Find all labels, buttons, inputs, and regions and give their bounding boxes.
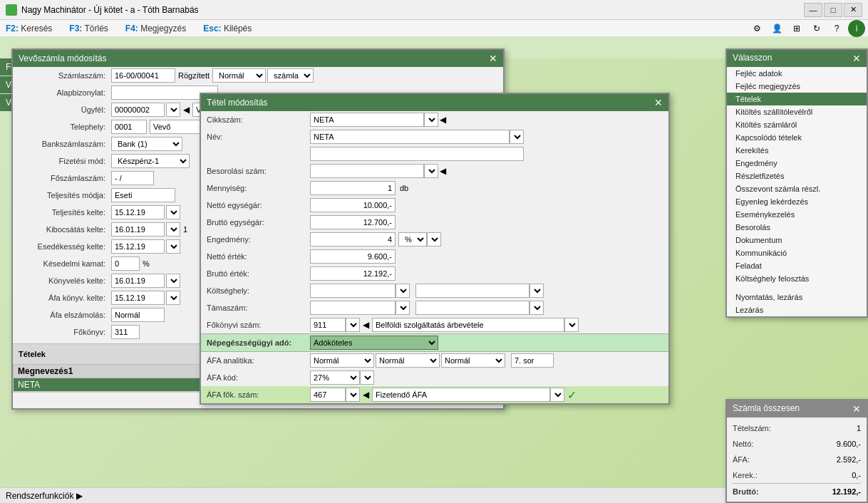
maximize-button[interactable]: □ — [824, 3, 842, 17]
help-icon[interactable]: ? — [828, 20, 845, 37]
afa-konyv-kelte-dropdown[interactable]: ▼ — [166, 291, 180, 305]
menu-f4[interactable]: F4: Megjegyzés — [123, 22, 189, 35]
confirm-check[interactable]: ✓ — [567, 388, 577, 402]
ugyfel-input[interactable] — [111, 103, 165, 117]
vevo-dialog-header[interactable]: Vevőszámla módosítás ✕ — [13, 50, 503, 67]
nev-dropdown[interactable]: ▼ — [510, 130, 524, 144]
tamaszam-input[interactable] — [310, 301, 396, 315]
menu-f2[interactable]: F2: Keresés — [3, 22, 55, 35]
valasszon-item-esemenykezeles[interactable]: Eseménykezelés — [727, 208, 867, 221]
afa-analitika-select1[interactable]: Normál — [310, 353, 374, 368]
mennyiseg-input[interactable] — [310, 181, 396, 195]
kibocsatas-kelte-dropdown[interactable]: ▼ — [166, 222, 180, 237]
info-icon[interactable]: i — [848, 20, 865, 37]
refresh-icon[interactable]: ↻ — [808, 20, 825, 37]
valasszon-item-lezaras[interactable]: Lezárás — [727, 304, 867, 316]
besorolasi-szam-dropdown[interactable]: ▼ — [424, 164, 438, 178]
engedmeny-input[interactable] — [310, 232, 396, 247]
settings-icon[interactable]: ⚙ — [748, 20, 765, 37]
engedmeny-dropdown[interactable]: ▼ — [427, 232, 441, 247]
close-button[interactable]: ✕ — [844, 3, 862, 17]
afa-konyv-kelte-input[interactable] — [111, 291, 165, 305]
teljesites-modja-input[interactable] — [111, 188, 175, 202]
vevo-dialog-close[interactable]: ✕ — [489, 53, 497, 64]
fokonyvi-szam-input[interactable] — [310, 318, 346, 332]
valasszon-item-besorolas[interactable]: Besorolás — [727, 221, 867, 234]
tetel-dialog-header[interactable]: Tétel módosítás ✕ — [201, 94, 668, 111]
afa-fok-szam-dropdown[interactable]: ▼ — [346, 388, 360, 402]
koltsaghely-dropdown1[interactable]: ▼ — [396, 284, 410, 298]
nev2-input[interactable] — [310, 147, 524, 161]
fokonyvi-szam-name-input[interactable] — [372, 318, 564, 332]
valasszon-close[interactable]: ✕ — [852, 53, 861, 64]
valasszon-item-kitoltes-szallito[interactable]: Kitöltés szállítólevélről — [727, 105, 867, 118]
telephely-code-input[interactable] — [111, 120, 147, 134]
valasszon-item-feladat[interactable]: Feladat — [727, 259, 867, 272]
afa-analitika-select3[interactable]: Normál — [441, 353, 505, 368]
brutto-ertek-input[interactable] — [310, 266, 396, 281]
user-icon[interactable]: 👤 — [768, 20, 785, 37]
tetel-dialog-close[interactable]: ✕ — [654, 97, 663, 108]
valasszon-item-kitoltes-szamlaro[interactable]: Kitöltés számláról — [727, 118, 867, 131]
valasszon-item-tetelek[interactable]: Tételek — [727, 93, 867, 105]
koltsaghely-dropdown2[interactable]: ▼ — [529, 284, 544, 298]
szamla-osszesen-close[interactable]: ✕ — [852, 403, 861, 415]
afa-elszamolas-input[interactable] — [111, 308, 165, 322]
menu-f3[interactable]: F3: Törlés — [66, 22, 110, 35]
valasszon-item-nyomtatas-lezaras[interactable]: Nyomtatás, lezárás — [727, 291, 867, 304]
engedmeny-unit-select[interactable]: % — [398, 232, 427, 247]
fokonyvi-szam-dropdown[interactable]: ▼ — [346, 318, 360, 332]
valasszon-item-engedmeny[interactable]: Engedmény — [727, 157, 867, 170]
valasszon-item-kerekites[interactable]: Kerekítés — [727, 144, 867, 157]
menu-esc[interactable]: Esc: Kilépés — [200, 22, 254, 35]
cikkszam-input[interactable] — [310, 113, 424, 127]
afa-kod-dropdown[interactable]: ▼ — [360, 370, 374, 385]
afa-analitika-sor-input[interactable] — [511, 353, 554, 368]
besorolasi-szam-input[interactable] — [310, 164, 424, 178]
cikkszam-dropdown[interactable]: ▼ — [424, 113, 438, 127]
szamlaszam-type-select[interactable]: Normál — [212, 68, 266, 83]
esedekesseg-kelte-dropdown[interactable]: ▼ — [166, 239, 180, 254]
valasszon-item-fejlec-megjegyzes[interactable]: Fejléc megjegyzés — [727, 80, 867, 93]
tamaszam-dropdown1[interactable]: ▼ — [396, 301, 410, 315]
tamaszam-input2[interactable] — [415, 301, 529, 315]
afa-fok-szam-name-input[interactable] — [372, 388, 550, 402]
afa-fok-szam-name-dropdown[interactable]: ▼ — [550, 388, 564, 402]
afa-fok-szam-input[interactable] — [310, 388, 346, 402]
valasszon-item-fejlec-adatok[interactable]: Fejléc adatok — [727, 67, 867, 80]
valasszon-item-dokumentum[interactable]: Dokumentum — [727, 234, 867, 247]
brutto-egysegar-input[interactable] — [310, 215, 396, 229]
fok-input[interactable] — [111, 325, 140, 339]
teljesites-kelte-dropdown[interactable]: ▼ — [166, 205, 180, 219]
fokonyvi-szam-name-dropdown[interactable]: ▼ — [564, 318, 579, 332]
foszamlaszam-input[interactable] — [111, 171, 154, 185]
nev-input[interactable] — [310, 130, 510, 144]
konyveles-kelte-input[interactable] — [111, 274, 165, 288]
grid-icon[interactable]: ⊞ — [788, 20, 805, 37]
szamlaszam-suffix-select[interactable]: számla — [267, 68, 314, 83]
nepegeszegugyi-ado-select[interactable]: Adóköteles — [310, 336, 438, 350]
netto-ertek-input[interactable] — [310, 249, 396, 264]
kesedelmi-kamat-input[interactable] — [111, 256, 140, 271]
ugyfel-dropdown[interactable]: ▼ — [166, 103, 180, 117]
esedekesseg-kelte-input[interactable] — [111, 239, 165, 254]
valasszon-item-koltsaghely-felo[interactable]: Költséghely felosztás — [727, 272, 867, 285]
bankszamlaszam-select[interactable]: Bank (1) — [111, 137, 182, 151]
fizetesi-mod-select[interactable]: Készpénz-1 — [111, 154, 190, 168]
valasszon-item-kapcsolodo-tetelek[interactable]: Kapcsolódó tételek — [727, 131, 867, 144]
afa-analitika-select2[interactable]: Normál — [376, 353, 440, 368]
valasszon-item-egyenleg-lekerd[interactable]: Egyenleg lekérdezés — [727, 195, 867, 208]
koltsaghely-input2[interactable] — [415, 284, 529, 298]
valasszon-item-reszletfizetes[interactable]: Részletfizetés — [727, 170, 867, 182]
kibocsatas-kelte-input[interactable] — [111, 222, 165, 237]
afa-kod-select[interactable]: 27% — [310, 370, 360, 385]
valasszon-item-osszevont-szamla[interactable]: Összevont számla részl. — [727, 182, 867, 195]
minimize-button[interactable]: — — [804, 3, 822, 17]
koltsaghely-input[interactable] — [310, 284, 396, 298]
tamaszam-dropdown2[interactable]: ▼ — [529, 301, 544, 315]
valasszon-item-komunikacio[interactable]: Kommunikáció — [727, 247, 867, 259]
konyveles-kelte-dropdown[interactable]: ▼ — [166, 274, 180, 288]
teljesites-kelte-input[interactable] — [111, 205, 165, 219]
netto-egysegar-input[interactable] — [310, 198, 396, 212]
szamlaszam-input[interactable] — [111, 68, 175, 83]
